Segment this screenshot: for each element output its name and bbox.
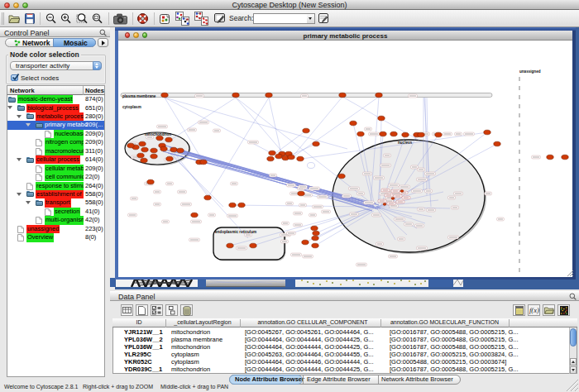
svg-text:cytoplasm: cytoplasm	[122, 105, 141, 109]
svg-text:plasma membrane: plasma membrane	[122, 94, 156, 98]
svg-text:endoplasmic reticulum: endoplasmic reticulum	[215, 230, 256, 234]
svg-text:unassigned: unassigned	[519, 69, 541, 74]
